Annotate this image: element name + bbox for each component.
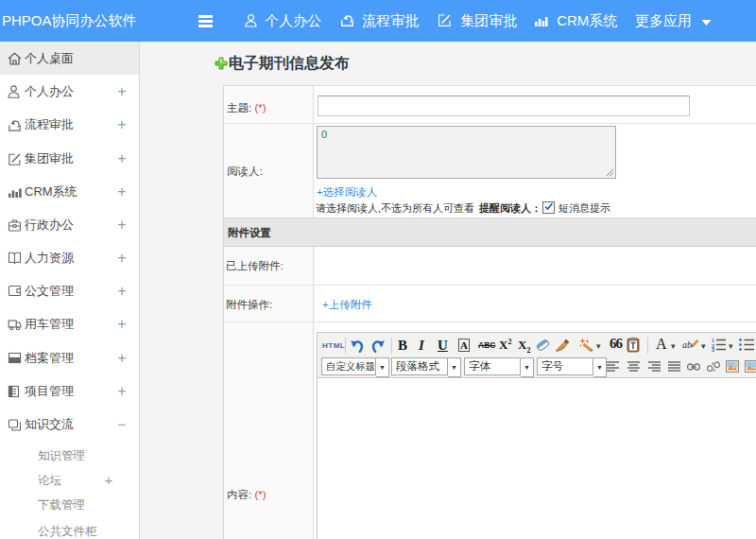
svg-text:ab: ab	[682, 339, 692, 350]
svg-text:3: 3	[712, 347, 714, 352]
